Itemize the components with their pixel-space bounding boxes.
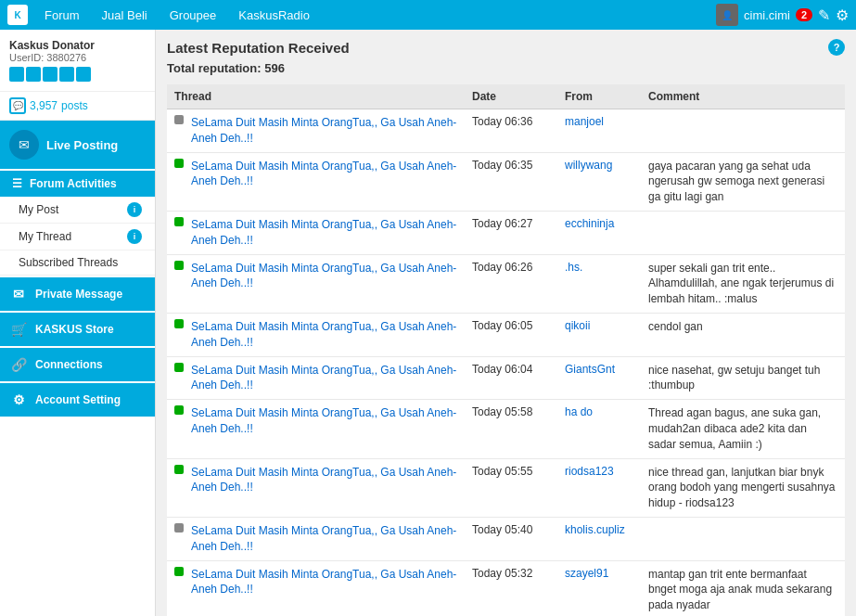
thread-link[interactable]: SeLama Duit Masih Minta OrangTua,, Ga Us… (191, 217, 457, 249)
cell-date: Today 05:32 (465, 560, 557, 616)
user-avatar: 👤 (716, 4, 738, 26)
mypost-badge: i (127, 202, 142, 217)
nav-item-kaskusradio[interactable]: KaskusRadio (229, 5, 319, 26)
cell-date: Today 05:58 (465, 400, 557, 458)
thread-link[interactable]: SeLama Duit Masih Minta OrangTua,, Ga Us… (191, 523, 457, 555)
table-body: SeLama Duit Masih Minta OrangTua,, Ga Us… (167, 109, 845, 617)
cell-from: riodsa123 (557, 458, 641, 517)
nav-item-groupee[interactable]: Groupee (160, 5, 226, 26)
total-reputation: Total reputation: 596 (167, 61, 845, 75)
thread-link[interactable]: SeLama Duit Masih Minta OrangTua,, Ga Us… (191, 405, 457, 437)
main-layout: Kaskus Donator UserID: 3880276 💬 3,957 p… (0, 30, 856, 616)
table-row: SeLama Duit Masih Minta OrangTua,, Ga Us… (167, 152, 845, 211)
edit-icon[interactable]: ✎ (818, 6, 830, 24)
kaskus-store-label: KASKUS Store (35, 323, 114, 336)
table-row: SeLama Duit Masih Minta OrangTua,, Ga Us… (167, 211, 845, 254)
star-3 (43, 67, 57, 82)
help-icon[interactable]: ? (828, 39, 845, 56)
cell-thread: SeLama Duit Masih Minta OrangTua,, Ga Us… (167, 211, 465, 254)
account-setting-button[interactable]: ⚙ Account Setting (0, 383, 155, 417)
thread-link[interactable]: SeLama Duit Masih Minta OrangTua,, Ga Us… (191, 115, 457, 147)
live-posting-icon: ✉ (9, 130, 39, 160)
col-comment: Comment (641, 84, 845, 109)
mythread-badge: i (127, 229, 142, 244)
cell-from: willywang (557, 152, 641, 211)
forum-activities-icon: ☰ (9, 176, 24, 191)
profile-userid: UserID: 3880276 (9, 52, 146, 63)
from-link[interactable]: qikoii (565, 319, 590, 332)
rep-indicator (174, 363, 184, 372)
posts-link[interactable]: 💬 3,957 posts (0, 92, 155, 121)
thread-link[interactable]: SeLama Duit Masih Minta OrangTua,, Ga Us… (191, 261, 457, 292)
from-link[interactable]: riodsa123 (565, 465, 614, 478)
cell-thread: SeLama Duit Masih Minta OrangTua,, Ga Us… (167, 517, 465, 560)
cell-comment (641, 211, 845, 254)
private-message-icon: ✉ (9, 285, 28, 303)
nav-item-forum[interactable]: Forum (35, 5, 89, 26)
table-row: SeLama Duit Masih Minta OrangTua,, Ga Us… (167, 560, 845, 616)
cell-comment: mantap gan trit ente bermanfaat bnget mo… (641, 560, 845, 616)
live-posting-button[interactable]: ✉ Live Posting (0, 121, 155, 169)
posts-count: 3,957 (30, 99, 57, 112)
page-title-row: Latest Reputation Received ? (167, 39, 845, 56)
mythread-label: My Thread (19, 230, 71, 243)
cell-from: manjoel (557, 109, 641, 153)
cell-from: kholis.cupliz (557, 517, 641, 560)
account-setting-label: Account Setting (35, 393, 121, 406)
cell-from: ecchininja (557, 211, 641, 254)
thread-link[interactable]: SeLama Duit Masih Minta OrangTua,, Ga Us… (191, 567, 457, 598)
sidebar-item-subscribed-threads[interactable]: Subscribed Threads (0, 250, 155, 276)
profile-name: Kaskus Donator (9, 39, 146, 52)
thread-link[interactable]: SeLama Duit Masih Minta OrangTua,, Ga Us… (191, 465, 457, 496)
cell-thread: SeLama Duit Masih Minta OrangTua,, Ga Us… (167, 400, 465, 458)
from-link[interactable]: manjoel (565, 115, 604, 128)
sidebar-item-mypost[interactable]: My Post i (0, 197, 155, 224)
table-row: SeLama Duit Masih Minta OrangTua,, Ga Us… (167, 356, 845, 400)
rep-indicator (174, 261, 184, 270)
cell-thread: SeLama Duit Masih Minta OrangTua,, Ga Us… (167, 356, 465, 400)
forum-activities-section[interactable]: ☰ Forum Activities (0, 171, 155, 197)
from-link[interactable]: ecchininja (565, 217, 614, 230)
thread-link[interactable]: SeLama Duit Masih Minta OrangTua,, Ga Us… (191, 159, 457, 190)
private-message-button[interactable]: ✉ Private Message (0, 277, 155, 311)
cell-date: Today 06:04 (465, 356, 557, 400)
subscribed-label: Subscribed Threads (19, 256, 118, 269)
star-1 (9, 67, 24, 82)
nav-item-jualbeli[interactable]: Jual Beli (93, 5, 157, 26)
notification-badge[interactable]: 2 (796, 8, 812, 21)
thread-link[interactable]: SeLama Duit Masih Minta OrangTua,, Ga Us… (191, 319, 457, 351)
cell-date: Today 06:35 (465, 152, 557, 211)
username-label[interactable]: cimi.cimi (744, 8, 790, 22)
from-link[interactable]: willywang (565, 159, 612, 172)
forum-activities-label: Forum Activities (30, 177, 117, 190)
col-thread: Thread (167, 84, 465, 109)
page-title: Latest Reputation Received (167, 40, 350, 56)
sidebar-item-mythread[interactable]: My Thread i (0, 224, 155, 250)
private-message-label: Private Message (35, 288, 122, 301)
from-link[interactable]: .hs. (565, 261, 582, 274)
connections-button[interactable]: 🔗 Connections (0, 348, 155, 381)
kaskus-store-icon: 🛒 (9, 320, 28, 339)
col-date: Date (465, 84, 557, 109)
sidebar: Kaskus Donator UserID: 3880276 💬 3,957 p… (0, 30, 156, 616)
cell-date: Today 06:05 (465, 313, 557, 356)
from-link[interactable]: GiantsGnt (565, 363, 615, 376)
cell-comment (641, 517, 845, 560)
from-link[interactable]: kholis.cupliz (565, 523, 625, 536)
from-link[interactable]: ha do (565, 405, 593, 418)
from-link[interactable]: szayel91 (565, 567, 608, 580)
rep-indicator (174, 115, 184, 124)
table-row: SeLama Duit Masih Minta OrangTua,, Ga Us… (167, 313, 845, 356)
kaskus-store-button[interactable]: 🛒 KASKUS Store (0, 313, 155, 346)
cell-thread: SeLama Duit Masih Minta OrangTua,, Ga Us… (167, 560, 465, 616)
account-setting-icon: ⚙ (9, 391, 28, 409)
table-row: SeLama Duit Masih Minta OrangTua,, Ga Us… (167, 517, 845, 560)
rep-indicator (174, 523, 184, 533)
settings-icon[interactable]: ⚙ (836, 6, 849, 24)
thread-link[interactable]: SeLama Duit Masih Minta OrangTua,, Ga Us… (191, 363, 457, 394)
cell-thread: SeLama Duit Masih Minta OrangTua,, Ga Us… (167, 152, 465, 211)
table-header: Thread Date From Comment (167, 84, 845, 109)
rep-indicator (174, 159, 184, 168)
table-row: SeLama Duit Masih Minta OrangTua,, Ga Us… (167, 109, 845, 153)
cell-date: Today 05:55 (465, 458, 557, 517)
